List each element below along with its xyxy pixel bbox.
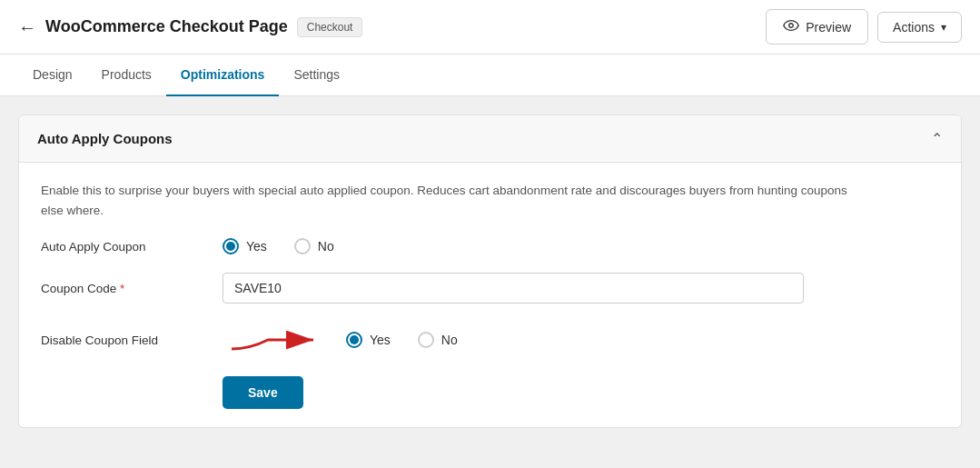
page-title: WooCommerce Checkout Page <box>45 17 288 36</box>
auto-apply-no-radio[interactable] <box>294 238 311 254</box>
disable-coupon-no-label: No <box>441 333 458 347</box>
main-content: Auto Apply Coupons ⌃ Enable this to surp… <box>0 96 980 468</box>
disable-coupon-field-controls: Yes No <box>223 322 458 358</box>
disable-coupon-no-radio[interactable] <box>418 332 434 348</box>
coupon-code-label: Coupon Code * <box>41 282 223 295</box>
auto-apply-yes-option[interactable]: Yes <box>223 238 267 254</box>
auto-apply-yes-label: Yes <box>246 239 267 254</box>
tabs-bar: Design Products Optimizations Settings <box>0 55 980 96</box>
auto-apply-coupon-label: Auto Apply Coupon <box>41 240 223 254</box>
coupon-code-input[interactable] <box>223 273 804 304</box>
section-description: Enable this to surprise your buyers with… <box>41 181 858 220</box>
save-row: Save <box>223 376 939 409</box>
disable-coupon-radio-group: Yes No <box>346 332 458 348</box>
disable-coupon-field-label: Disable Coupon Field <box>41 334 223 347</box>
disable-coupon-yes-label: Yes <box>370 333 391 347</box>
red-arrow-icon <box>223 322 332 358</box>
eye-icon <box>783 17 799 36</box>
auto-apply-no-label: No <box>318 239 334 254</box>
section-header: Auto Apply Coupons ⌃ <box>19 115 961 163</box>
tab-optimizations[interactable]: Optimizations <box>166 55 280 96</box>
required-indicator: * <box>116 282 124 295</box>
back-button[interactable]: ← <box>18 18 36 36</box>
auto-apply-yes-radio[interactable] <box>223 238 239 254</box>
coupon-code-row: Coupon Code * <box>41 273 939 304</box>
save-button[interactable]: Save <box>223 376 303 409</box>
tab-design[interactable]: Design <box>18 55 87 96</box>
actions-button[interactable]: Actions ▾ <box>877 12 962 43</box>
disable-coupon-yes-option[interactable]: Yes <box>346 332 391 348</box>
disable-coupon-yes-radio[interactable] <box>346 332 362 348</box>
tab-settings[interactable]: Settings <box>279 55 354 96</box>
section-title: Auto Apply Coupons <box>37 131 173 146</box>
disable-coupon-field-row: Disable Coupon Field <box>41 322 939 358</box>
auto-apply-coupon-row: Auto Apply Coupon Yes No <box>41 238 939 254</box>
preview-label: Preview <box>806 20 851 35</box>
auto-apply-coupons-section: Auto Apply Coupons ⌃ Enable this to surp… <box>18 115 962 428</box>
page-badge: Checkout <box>297 17 363 37</box>
header: ← WooCommerce Checkout Page Checkout Pre… <box>0 0 980 55</box>
chevron-down-icon: ▾ <box>941 21 946 34</box>
svg-point-0 <box>789 24 794 28</box>
actions-label: Actions <box>893 20 935 35</box>
tab-products[interactable]: Products <box>87 55 166 96</box>
header-right: Preview Actions ▾ <box>766 9 962 45</box>
preview-button[interactable]: Preview <box>766 9 868 45</box>
disable-coupon-no-option[interactable]: No <box>418 332 458 348</box>
auto-apply-no-option[interactable]: No <box>294 238 334 254</box>
header-left: ← WooCommerce Checkout Page Checkout <box>18 17 362 37</box>
section-body: Enable this to surprise your buyers with… <box>19 163 961 427</box>
collapse-icon[interactable]: ⌃ <box>931 130 943 147</box>
auto-apply-coupon-radio-group: Yes No <box>223 238 334 254</box>
